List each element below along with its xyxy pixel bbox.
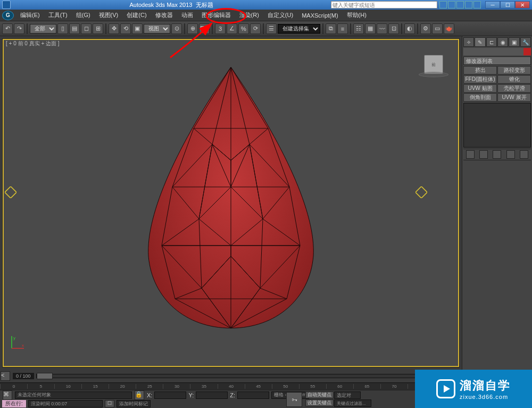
snap-toggle-button[interactable]: 3 <box>215 23 226 34</box>
mod-uvwmap-button[interactable]: UVW 贴图 <box>463 84 497 93</box>
svg-text:x: x <box>22 343 24 348</box>
viewcube[interactable]: 前 <box>424 55 443 74</box>
menu-customize[interactable]: 自定义(U) <box>263 10 297 21</box>
close-button[interactable]: ✕ <box>515 1 530 9</box>
hierarchy-tab[interactable]: ⊏ <box>486 37 497 47</box>
script-line-indicator[interactable]: 所在行: <box>2 400 26 407</box>
time-slider-track[interactable] <box>36 374 451 378</box>
redo-button[interactable]: ↷ <box>14 23 24 34</box>
menu-rendering[interactable]: 渲染(R) <box>235 10 263 21</box>
select-region-button[interactable]: ◻ <box>81 23 92 34</box>
selection-filter-box[interactable]: 选定对 <box>334 391 361 399</box>
render-production-button[interactable]: 🫖 <box>444 23 454 34</box>
lock-selection-button[interactable]: 🔒 <box>135 390 144 400</box>
layers-button[interactable]: ☷ <box>353 23 364 34</box>
menu-edit[interactable]: 编辑(E) <box>16 10 44 21</box>
create-tab[interactable]: ✧ <box>463 37 474 47</box>
angle-snap-button[interactable]: ∠ <box>227 23 237 34</box>
select-by-name-button[interactable]: ▤ <box>69 23 80 34</box>
mod-unwrap-button[interactable]: UVW 展开 <box>497 93 531 102</box>
viewport-front[interactable]: [ + 0 前 0 真实 + 边面 ] 前 <box>2 38 460 368</box>
menu-tools[interactable]: 工具(T) <box>44 10 72 21</box>
mod-extrude-button[interactable]: 挤出 <box>463 66 497 75</box>
maxscript-mini-button[interactable]: ⌘ <box>3 390 12 400</box>
mod-ffd-button[interactable]: FFD(圆柱体) <box>463 75 497 84</box>
set-key-button[interactable]: 设置关键点 <box>305 399 334 406</box>
percent-snap-button[interactable]: % <box>238 23 249 34</box>
coord-x-input[interactable] <box>154 391 186 399</box>
time-ruler[interactable]: 0510 152025 303540 455055 606570 7580 <box>0 382 462 390</box>
utilities-tab[interactable]: 🔧 <box>520 37 531 47</box>
curve-editor-button[interactable]: 〰 <box>377 23 387 34</box>
coord-z-input[interactable] <box>237 391 269 399</box>
search-icon[interactable] <box>439 1 447 9</box>
select-rotate-button[interactable]: ⟲ <box>120 23 131 34</box>
help-icon[interactable] <box>473 1 481 9</box>
coord-y-input[interactable] <box>196 391 228 399</box>
menu-maxscript[interactable]: MAXScript(M) <box>297 11 342 20</box>
application-menu-button[interactable]: G <box>2 11 14 20</box>
modifier-buttons-grid: 挤出 路径变形 FFD(圆柱体) 锥化 UVW 贴图 壳松平滑 倒角剖面 UVW… <box>463 66 531 102</box>
modifier-stack[interactable] <box>463 103 531 148</box>
undo-button[interactable]: ↶ <box>2 23 13 34</box>
menu-views[interactable]: 视图(V) <box>95 10 123 21</box>
graphite-button[interactable]: ▦ <box>365 23 376 34</box>
display-tab[interactable]: ▣ <box>509 37 519 47</box>
help-search-input[interactable] <box>331 1 437 9</box>
use-pivot-button[interactable]: ⊙ <box>171 23 182 34</box>
spinner-snap-button[interactable]: ⟳ <box>250 23 261 34</box>
rendered-frame-button[interactable]: ▭ <box>432 23 443 34</box>
make-unique-button[interactable] <box>493 150 501 159</box>
select-move-button[interactable]: ✥ <box>109 23 119 34</box>
menu-animation[interactable]: 动画 <box>177 10 197 21</box>
time-slider-handle[interactable] <box>37 373 53 379</box>
named-selection-dropdown[interactable]: 创建选择集 <box>278 24 320 34</box>
select-object-button[interactable]: ▯ <box>57 23 68 34</box>
show-end-result-button[interactable] <box>479 150 488 159</box>
time-slider: < 0 / 100 > <box>0 370 462 382</box>
signin-icon[interactable] <box>456 1 464 9</box>
mod-taper-button[interactable]: 锥化 <box>497 75 531 84</box>
mod-relax-button[interactable]: 壳松平滑 <box>497 84 531 93</box>
key-filters-button[interactable]: 关键点过滤器... <box>334 399 371 407</box>
minimize-button[interactable]: ─ <box>485 1 500 9</box>
align-button[interactable]: ≡ <box>337 23 348 34</box>
configure-sets-button[interactable] <box>520 150 528 159</box>
add-time-tag-button[interactable]: ☐ <box>105 400 114 407</box>
set-key-big-button[interactable]: 🗝 <box>286 392 302 407</box>
viewcube-compass[interactable] <box>419 72 448 77</box>
mod-pathdeform-button[interactable]: 路径变形 <box>497 66 531 75</box>
menu-modifiers[interactable]: 修改器 <box>151 10 177 21</box>
material-editor-button[interactable]: ◐ <box>404 23 415 34</box>
render-setup-button[interactable]: ⚙ <box>420 23 431 34</box>
pin-stack-button[interactable] <box>466 150 475 159</box>
mod-bevelprofile-button[interactable]: 倒角剖面 <box>463 93 497 102</box>
geometry-object[interactable] <box>140 64 321 331</box>
selection-filter-dropdown[interactable]: 全部 <box>30 24 56 34</box>
keyboard-shortcut-button[interactable]: ⌨ <box>199 23 210 34</box>
window-crossing-button[interactable]: ⊞ <box>93 23 103 34</box>
viewport-label[interactable]: [ + 0 前 0 真实 + 边面 ] <box>6 40 60 47</box>
schematic-view-button[interactable]: ⊡ <box>388 23 399 34</box>
object-color-swatch[interactable] <box>523 48 531 55</box>
time-config-button[interactable]: < <box>1 371 10 381</box>
modify-tab[interactable]: ✎ <box>475 37 485 47</box>
ref-coord-dropdown[interactable]: 视图 <box>144 24 170 34</box>
maximize-button[interactable]: ☐ <box>500 1 515 9</box>
menu-help[interactable]: 帮助(H) <box>343 10 371 21</box>
select-manipulate-button[interactable]: ⊕ <box>187 23 198 34</box>
menu-create[interactable]: 创建(C) <box>122 10 151 21</box>
motion-tab[interactable]: ◉ <box>497 37 508 47</box>
app-icon[interactable] <box>2 1 11 9</box>
favorite-icon[interactable] <box>448 1 455 9</box>
edit-named-sets-button[interactable]: ☰ <box>266 23 277 34</box>
auto-key-button[interactable]: 自动关键点 <box>305 391 334 398</box>
remove-modifier-button[interactable] <box>506 150 515 159</box>
menu-graph-editors[interactable]: 图形编辑器 <box>197 10 235 21</box>
select-scale-button[interactable]: ▣ <box>132 23 143 34</box>
exchange-icon[interactable] <box>465 1 472 9</box>
menu-group[interactable]: 组(G) <box>72 10 95 21</box>
mirror-button[interactable]: ⧉ <box>326 23 336 34</box>
time-tag-label[interactable]: 添加时间标记 <box>117 400 151 407</box>
modifier-list-dropdown[interactable]: 修改器列表 <box>463 56 531 65</box>
